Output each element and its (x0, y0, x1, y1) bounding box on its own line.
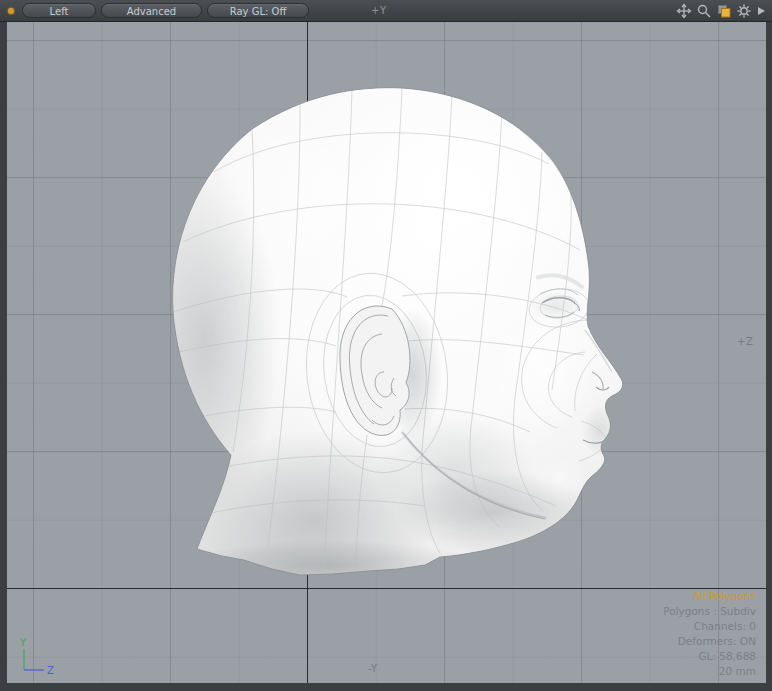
draw-style-icon[interactable] (716, 3, 732, 19)
pan-icon[interactable] (676, 3, 692, 19)
wireframe (173, 88, 608, 570)
axis-label-plus-z: +Z (737, 336, 753, 347)
head-highlights (180, 95, 620, 505)
head-model (7, 22, 766, 683)
status-selection-mode: All Polygons (663, 589, 756, 604)
gizmo-y-label: Y (19, 637, 27, 648)
gizmo-z-label: Z (47, 665, 54, 676)
origin-axis-vertical (307, 22, 308, 683)
gear-icon[interactable] (736, 3, 752, 19)
eye (536, 275, 583, 317)
head-shading (130, 165, 618, 610)
status-deformers: Deformers: ON (663, 634, 756, 649)
origin-axis-horizontal (7, 588, 766, 589)
viewport-canvas[interactable] (7, 22, 766, 683)
header-icon-group (676, 3, 766, 19)
status-grid-size: 20 mm (663, 664, 756, 679)
viewport-status-readout: All Polygons Polygons : Subdiv Channels:… (663, 589, 756, 679)
axis-label-plus-y: +Y (371, 5, 387, 16)
modeling-app-window: Left Advanced Ray GL: Off (0, 0, 772, 691)
expand-icon[interactable] (756, 3, 766, 19)
viewport-corner-dot[interactable] (8, 8, 14, 14)
head-silhouette (173, 88, 623, 575)
ray-gl-button[interactable]: Ray GL: Off (207, 3, 309, 18)
jaw-crease (402, 432, 546, 518)
zoom-icon[interactable] (696, 3, 712, 19)
status-polygon-type: Polygons : Subdiv (663, 604, 756, 619)
nose (585, 330, 612, 390)
status-channels: Channels: 0 (663, 619, 756, 634)
view-type-button[interactable]: Left (22, 3, 96, 18)
axis-gizmo: Y Z (12, 634, 60, 680)
axis-label-minus-y: -Y (368, 663, 378, 674)
mouth-line (583, 438, 609, 443)
shading-style-button[interactable]: Advanced (101, 3, 202, 18)
status-gl-count: GL: 58,688 (663, 649, 756, 664)
ear (340, 306, 442, 440)
